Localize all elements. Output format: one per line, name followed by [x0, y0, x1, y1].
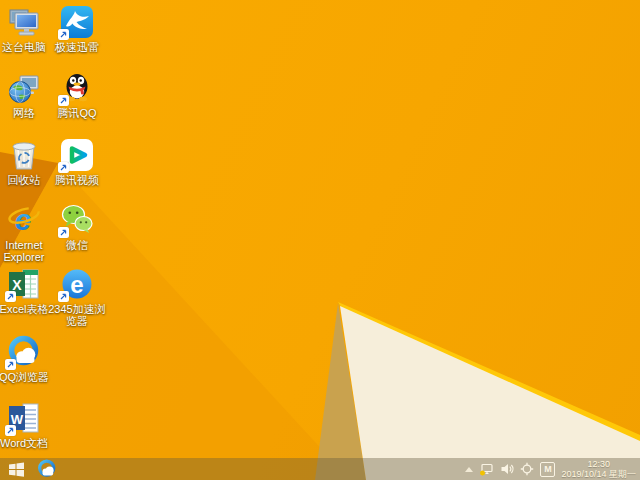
- shortcut-arrow-icon: [5, 359, 16, 370]
- icon-label: 这台电脑: [0, 41, 53, 53]
- desktop-icon-word[interactable]: W Word文档: [0, 401, 53, 449]
- icon-label: 2345加速浏: [48, 303, 106, 315]
- desktop-icon-xunlei[interactable]: 极速迅雷: [48, 5, 106, 53]
- shortcut-arrow-icon: [58, 29, 69, 40]
- xunlei-bird-icon: [60, 5, 94, 39]
- show-hidden-icons-button[interactable]: [465, 467, 473, 472]
- desktop-icon-excel[interactable]: X Excel表格: [0, 267, 53, 315]
- tencent-video-play-icon: [60, 138, 94, 172]
- shortcut-arrow-icon: [58, 162, 69, 173]
- shortcut-arrow-icon: [58, 291, 69, 302]
- taskbar-pinned-qq-browser[interactable]: [32, 458, 62, 480]
- shortcut-arrow-icon: [58, 95, 69, 106]
- icon-label: QQ浏览器: [0, 371, 53, 383]
- icon-label: 极速迅雷: [48, 41, 106, 53]
- icon-label: 回收站: [0, 174, 53, 186]
- desktop-icon-internet-explorer[interactable]: e Internet Explorer: [0, 203, 53, 263]
- recycle-bin-icon: [7, 138, 41, 172]
- desktop-icon-tencent-qq[interactable]: 腾讯QQ: [48, 71, 106, 119]
- shortcut-arrow-icon: [58, 227, 69, 238]
- volume-icon[interactable]: [500, 462, 514, 476]
- icon-label: 网络: [0, 107, 53, 119]
- excel-icon: X: [7, 267, 41, 301]
- tray-utility-target-icon[interactable]: [520, 462, 534, 476]
- taskbar: M 12:30 2019/10/14 星期一: [0, 458, 640, 480]
- network-status-icon[interactable]: [479, 462, 494, 477]
- ime-language-indicator[interactable]: M: [540, 462, 555, 477]
- svg-text:e: e: [70, 271, 83, 298]
- system-tray: M 12:30 2019/10/14 星期一: [465, 459, 640, 479]
- icon-label: 微信: [48, 239, 106, 251]
- desktop-icon-wechat[interactable]: 微信: [48, 203, 106, 251]
- desktop-icon-browser-2345[interactable]: e 2345加速浏 览器: [48, 267, 106, 327]
- taskbar-clock[interactable]: 12:30 2019/10/14 星期一: [561, 459, 636, 479]
- word-icon: W: [7, 401, 41, 435]
- icon-label: Internet: [0, 239, 53, 251]
- desktop-icon-network[interactable]: 网络: [0, 71, 53, 119]
- icon-label-line2: 览器: [48, 315, 106, 327]
- chevron-up-icon: [465, 467, 473, 472]
- icon-label: 腾讯视频: [48, 174, 106, 186]
- clock-date: 2019/10/14 星期一: [561, 469, 636, 479]
- desktop-icon-qq-browser[interactable]: QQ浏览器: [0, 335, 53, 383]
- icon-label: Excel表格: [0, 303, 53, 315]
- internet-explorer-icon: e: [7, 203, 41, 237]
- qq-browser-cloud-icon: [7, 335, 41, 369]
- clock-time: 12:30: [561, 459, 636, 469]
- desktop: 这台电脑 极速迅雷: [0, 0, 640, 480]
- icon-label-line2: Explorer: [0, 251, 53, 263]
- this-pc-icon: [7, 5, 41, 39]
- desktop-icon-recycle-bin[interactable]: 回收站: [0, 138, 53, 186]
- qq-penguin-icon: [60, 71, 94, 105]
- start-button[interactable]: [0, 458, 32, 480]
- network-globe-icon: [7, 71, 41, 105]
- icon-label: Word文档: [0, 437, 53, 449]
- qq-browser-cloud-icon: [37, 459, 57, 479]
- windows-logo-icon: [8, 461, 25, 478]
- shortcut-arrow-icon: [5, 425, 16, 436]
- icon-label: 腾讯QQ: [48, 107, 106, 119]
- desktop-icon-this-pc[interactable]: 这台电脑: [0, 5, 53, 53]
- shortcut-arrow-icon: [5, 291, 16, 302]
- browser-2345-icon: e: [60, 267, 94, 301]
- wechat-bubbles-icon: [60, 203, 94, 237]
- desktop-icon-tencent-video[interactable]: 腾讯视频: [48, 138, 106, 186]
